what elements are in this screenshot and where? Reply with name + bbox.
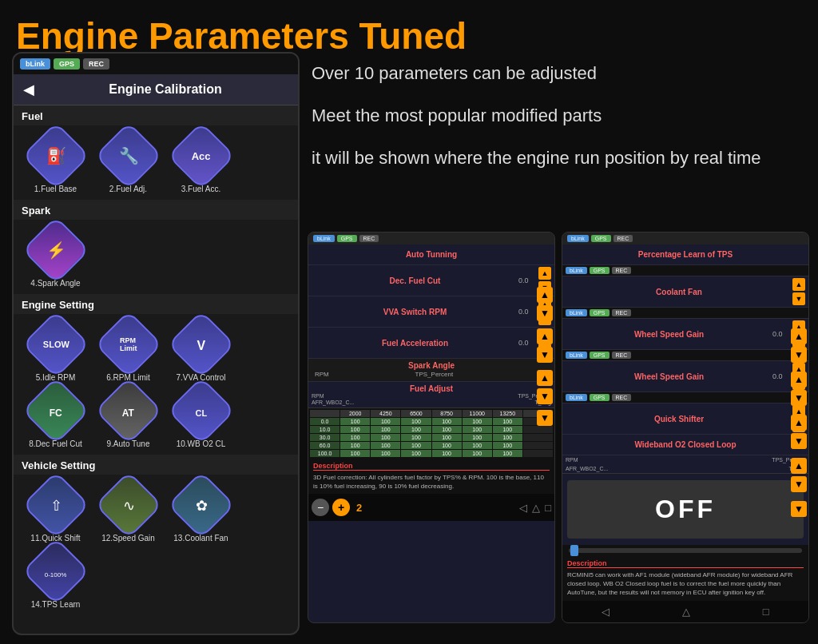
blink-btn[interactable]: bLink (20, 58, 50, 70)
rec-btn[interactable]: REC (83, 58, 109, 70)
sc-r-pct-learn-row: Percentage Learn of TPS (562, 244, 808, 265)
sc-r-status4: bLink GPS REC (566, 352, 805, 359)
idle-rpm-icon: SLOW (22, 311, 89, 379)
sc-minus-button[interactable]: − (312, 499, 329, 516)
wb-o2-item[interactable]: 10.WB O2 CL (167, 387, 235, 448)
sc-desc-text: 3D Fuel correction: All cylinders fuel f… (313, 473, 550, 491)
sc-r5-blink: bLink (566, 394, 587, 401)
sc-r-arr-up-3[interactable]: ▲ (791, 415, 807, 431)
sc-dec-up-arrow[interactable]: ▲ (538, 267, 551, 280)
sc-r-arr-dn-1[interactable]: ▼ (791, 347, 807, 363)
sc-r-back-nav[interactable]: ◁ (602, 606, 610, 618)
sc-back-nav[interactable]: ◁ (519, 502, 527, 514)
engine-setting-label: Engine Setting (14, 294, 298, 314)
sc-r5c5: 100 (463, 450, 492, 457)
sc-r-arr-dn-2[interactable]: ▼ (791, 390, 807, 406)
sc-grid-h2: 4250 (371, 410, 400, 417)
sc-plus-button[interactable]: + (332, 499, 350, 516)
dec-fuel-item[interactable]: 8.Dec Fuel Cut (22, 387, 89, 448)
sc-r-off-text: OFF (655, 495, 716, 523)
sc-r-slider-track (569, 548, 802, 553)
tps-learn-icon (22, 538, 89, 606)
sc-grid-h5: 11000 (463, 410, 492, 417)
sc-grid-h1: 2000 (340, 410, 370, 417)
sc-r4c5: 100 (463, 442, 492, 449)
fuel-base-icon (22, 122, 89, 190)
sc-fa-afr-label: AFR_WBO2_C... (312, 400, 354, 405)
sc-arr-up-3[interactable]: ▲ (537, 370, 553, 386)
sc-dec-fuel-label: Dec. Fuel Cut (312, 276, 518, 285)
sc-r4c4: 100 (432, 442, 462, 449)
sc-home-nav[interactable]: △ (532, 502, 540, 514)
sc-arr-up-1[interactable]: ▲ (537, 287, 553, 303)
sc-arr-dn-3[interactable]: ▼ (537, 388, 553, 404)
sc-r2c5: 100 (463, 426, 492, 433)
sc-r-wheel-gain2-row: Wheel Speed Gain 0.0 ▲ ▼ (562, 361, 808, 392)
spark-icon-grid: 4.Spark Angle (14, 220, 298, 294)
sc-r4-rec: REC (612, 352, 632, 359)
sc-r3c6: 100 (493, 434, 522, 441)
quick-shift-item[interactable]: 11.Quick Shift (22, 481, 89, 543)
sc-r-wb-label: Wideband O2 Closed Loop (566, 440, 805, 449)
fuel-base-item[interactable]: 1.Fuel Base (22, 132, 89, 193)
wb-o2-label: 10.WB O2 CL (177, 439, 226, 448)
rpm-limit-item[interactable]: RPMLimit 6.RPM Limit (94, 320, 162, 382)
fuel-base-label: 1.Fuel Base (34, 185, 77, 193)
fuel-acc-item[interactable]: Acc 3.Fuel Acc. (167, 132, 235, 193)
tps-learn-item[interactable]: 14.TPS Learn (22, 547, 89, 609)
vva-item[interactable]: 7.VVA Control (167, 320, 235, 382)
spark-angle-item[interactable]: 4.Spark Angle (22, 226, 89, 288)
sc-r-arr-up-2[interactable]: ▲ (791, 372, 807, 388)
sc-r5c1: 100 (340, 450, 370, 457)
sc-r-arr-up-1[interactable]: ▲ (791, 328, 807, 344)
sc-r2c2: 100 (371, 426, 400, 433)
sc-r-slider-thumb[interactable] (570, 545, 578, 556)
sc-r3-blink: bLink (566, 309, 587, 316)
sc-r-square-nav[interactable]: □ (763, 606, 769, 618)
fuel-adj-item[interactable]: 2.Fuel Adj. (94, 132, 162, 193)
sc-square-nav[interactable]: □ (545, 502, 551, 514)
sc-r-wheel-gain2-label: Wheel Speed Gain (566, 372, 772, 381)
sc-r4c0: 60.0 (310, 442, 340, 449)
sc-arr-dn-2[interactable]: ▼ (537, 347, 553, 363)
sc-r4-blink: bLink (566, 352, 587, 359)
sc-rec-btn: REC (359, 235, 379, 242)
coolant-fan-icon (167, 471, 235, 539)
spark-angle-label: 4.Spark Angle (30, 279, 80, 288)
sc-r-arr-up-4[interactable]: ▲ (791, 458, 807, 474)
page-container: Engine Parameters Tuned bLink GPS REC ◀ … (0, 0, 818, 644)
back-arrow-icon[interactable]: ◀ (23, 81, 34, 98)
vehicle-setting-label: Vehicle Setting (14, 455, 298, 475)
sc-r-home-nav[interactable]: △ (682, 606, 690, 618)
sc-r3c2: 100 (371, 434, 400, 441)
sc-r5c3: 100 (401, 450, 431, 457)
sc-r-bottom-nav: ◁ △ □ (562, 601, 808, 622)
sc-r-description: Description RCMINI5 can work with AF1 mo… (562, 556, 808, 601)
screenshots-area: bLink GPS REC Auto Tunning Dec. Fuel Cut… (308, 232, 815, 639)
sc-bottom-controls: − + 2 ◁ △ □ (308, 494, 554, 521)
feature-text-3: it will be shown where the engine run po… (312, 145, 791, 171)
auto-tune-item[interactable]: 9.Auto Tune (94, 387, 162, 448)
sc-auto-tuning-row: Auto Tunning (308, 244, 554, 265)
speed-gain-item[interactable]: 12.Speed Gain (94, 481, 162, 543)
fuel-icon-grid: 1.Fuel Base 2.Fuel Adj. Acc 3.Fuel Acc. (14, 125, 298, 200)
sc-r-arr-dn-5[interactable]: ▼ (791, 501, 807, 517)
sc-gps-btn: GPS (337, 235, 357, 242)
sc-r1c5: 100 (463, 418, 492, 425)
sc-right-header: bLink GPS REC (562, 233, 808, 244)
sc-arr-dn-4[interactable]: ▼ (537, 410, 553, 426)
sc-r2c7 (523, 426, 553, 433)
sc-arr-up-2[interactable]: ▲ (537, 328, 553, 344)
sc-r-arr-dn-3[interactable]: ▼ (791, 433, 807, 449)
sc-r2c6: 100 (493, 426, 522, 433)
sc-r-arr-dn-4[interactable]: ▼ (791, 476, 807, 492)
coolant-fan-item[interactable]: 13.Coolant Fan (167, 481, 235, 543)
sc-fuel-adjust-label: Fuel Adjust (312, 384, 551, 393)
sc-r-rec-btn: REC (614, 235, 633, 242)
sc-r-coolant-up[interactable]: ▲ (792, 278, 805, 291)
gps-btn[interactable]: GPS (54, 58, 80, 70)
sc-arr-dn-1[interactable]: ▼ (537, 305, 553, 321)
phone-panel: bLink GPS REC ◀ Engine Calibration Fuel … (12, 52, 300, 635)
idle-rpm-item[interactable]: SLOW 5.Idle RPM (22, 320, 89, 382)
sc-r-coolant-dn[interactable]: ▼ (792, 292, 805, 305)
